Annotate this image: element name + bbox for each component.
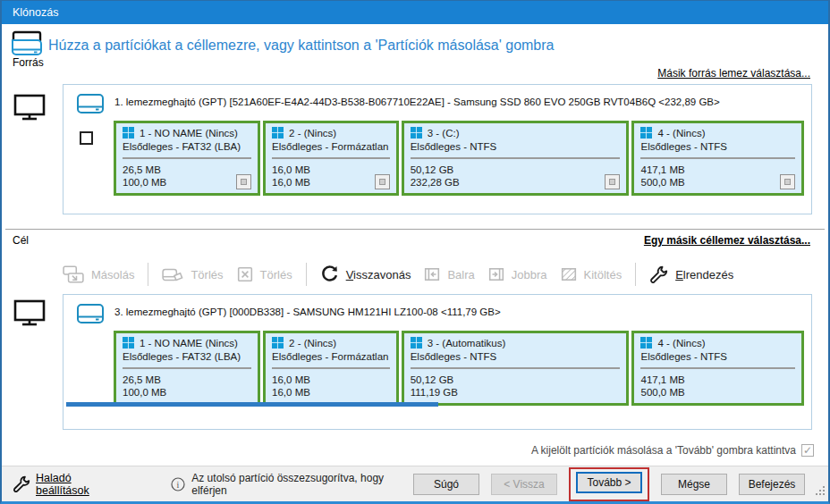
partition-resize-button[interactable] — [236, 174, 251, 189]
partition-used-size: 50,12 GB — [411, 164, 460, 176]
info-icon: i — [171, 477, 185, 491]
partition-used-size: 417,1 MB — [640, 374, 684, 386]
finish-button[interactable]: Befejezés — [739, 474, 805, 495]
back-button: < Vissza — [491, 474, 557, 495]
advanced-settings-link[interactable]: Haladó beállítások — [36, 472, 124, 497]
header-instruction: Húzza a partíciókat a céllemezre, vagy k… — [48, 38, 554, 54]
partition-usage-bar — [640, 367, 795, 369]
toolbar-separator — [148, 263, 148, 286]
partition-type: Elsődleges - Formázatlan — [272, 141, 390, 152]
layout-button[interactable]: Elrendezés — [649, 265, 733, 284]
source-partition-3[interactable]: 3 - (C:)Elsődleges - NTFS50,12 GB232,28 … — [402, 121, 630, 196]
target-partitions-row: 1 - NO NAME (Nincs)Elsődleges - FAT32 (L… — [114, 331, 804, 406]
toolbar-button-label: Elrendezés — [675, 268, 733, 281]
svg-text:i: i — [177, 479, 180, 489]
windows-logo-icon — [272, 127, 284, 139]
windows-logo-icon — [272, 337, 284, 349]
partition-total-size: 111,19 GB — [411, 386, 458, 399]
change-source-disk-link[interactable]: Másik forrás lemez választása... — [657, 67, 810, 80]
target-partition-4[interactable]: 4 - (Nincs)Elsődleges - NTFS417,1 MB500,… — [631, 331, 804, 406]
resize-grip[interactable] — [815, 483, 826, 500]
source-disk-title: 1. lemezmeghajtó (GPT) [521A60EF-E4A2-44… — [114, 97, 720, 107]
target-section-label: Cél — [13, 234, 29, 247]
partition-total-size: 16,0 MB — [272, 386, 310, 399]
title-bar: Klónozás — [2, 1, 828, 24]
partition-usage-bar — [123, 367, 251, 369]
partition-type: Elsődleges - Formázatlan — [272, 351, 390, 362]
source-gutter — [75, 121, 114, 196]
source-section-label: Forrás — [13, 56, 44, 69]
partition-name: 2 - (Nincs) — [289, 128, 336, 139]
partition-name: 1 - NO NAME (Nincs) — [140, 128, 238, 139]
target-gutter — [75, 331, 114, 406]
wrench-icon — [649, 265, 668, 284]
windows-logo-icon — [123, 337, 134, 349]
target-partition-3[interactable]: 3 - (Automatikus)Elsődleges - NTFS50,12 … — [402, 331, 630, 406]
target-disk-title: 3. lemezmeghajtó (GPT) [000DB338] - SAMS… — [114, 307, 501, 317]
toolbar-button-label: Visszavonás — [346, 268, 411, 281]
partition-usage-bar — [411, 157, 621, 159]
source-partition-1[interactable]: 1 - NO NAME (Nincs)Elsődleges - FAT32 (L… — [114, 121, 260, 196]
partition-resize-button[interactable] — [605, 174, 620, 189]
toolbar-button-label: Kitöltés — [584, 268, 622, 281]
partition-type: Elsődleges - NTFS — [411, 351, 621, 362]
partition-name: 3 - (C:) — [428, 128, 460, 139]
source-disk-checkbox[interactable] — [80, 131, 93, 145]
align-left-icon — [424, 267, 440, 281]
copy-on-next-checkbox[interactable]: ✓ — [801, 444, 814, 457]
target-computer-icon — [13, 299, 46, 330]
source-partition-2[interactable]: 2 - (Nincs)Elsődleges - Formázatlan16,0 … — [263, 121, 399, 196]
source-partition-4[interactable]: 4 - (Nincs)Elsődleges - NTFS417,1 MB500,… — [631, 121, 804, 196]
source-partitions-row: 1 - NO NAME (Nincs)Elsődleges - FAT32 (L… — [114, 121, 804, 196]
copy-on-next-option: A kijelölt partíciók másolása a 'Tovább'… — [531, 444, 814, 457]
copy-on-next-label: A kijelölt partíciók másolása a 'Tovább'… — [531, 444, 796, 457]
partition-total-size: 500,0 MB — [640, 386, 684, 399]
partition-type: Elsődleges - FAT32 (LBA) — [123, 141, 251, 152]
status-group: i Az utolsó partíció összezsugorítva, ho… — [171, 472, 413, 497]
erase-disk-icon — [162, 266, 183, 283]
partition-resize-button[interactable] — [375, 174, 390, 189]
partition-usage-bar — [411, 367, 621, 369]
change-target-disk-link[interactable]: Egy másik céllemez választása... — [644, 234, 810, 247]
drop-position-indicator — [66, 402, 438, 407]
partition-total-size: 500,0 MB — [640, 176, 684, 189]
delete-box-icon — [237, 266, 253, 282]
align-right-button: Jobbra — [488, 267, 547, 281]
partition-type: Elsődleges - NTFS — [640, 351, 795, 362]
partition-type: Elsődleges - NTFS — [411, 141, 621, 152]
toolbar-button-label: Másolás — [91, 268, 134, 281]
next-button[interactable]: Tovább > — [576, 472, 642, 493]
help-button[interactable]: Súgó — [413, 474, 479, 495]
align-left-button: Balra — [424, 267, 474, 281]
partition-type: Elsődleges - FAT32 (LBA) — [123, 351, 251, 362]
windows-logo-icon — [640, 337, 652, 349]
cancel-button[interactable]: Mégse — [661, 474, 727, 495]
partition-used-size: 16,0 MB — [272, 374, 310, 386]
delete-partition-button: Törlés — [162, 266, 223, 283]
disk-drive-icon — [75, 300, 106, 331]
target-partition-1[interactable]: 1 - NO NAME (Nincs)Elsődleges - FAT32 (L… — [114, 331, 260, 406]
partition-total-size: 232,28 GB — [411, 176, 460, 189]
annotation-highlight: Tovább > — [569, 467, 649, 501]
partition-total-size: 100,0 MB — [123, 386, 166, 399]
window-title: Klónozás — [13, 6, 58, 19]
partition-total-size: 100,0 MB — [123, 176, 166, 189]
align-right-icon — [488, 267, 504, 281]
partition-used-size: 26,5 MB — [123, 164, 166, 176]
partition-usage-bar — [640, 157, 795, 159]
wrench-icon — [13, 475, 30, 493]
target-partition-2[interactable]: 2 - (Nincs)Elsődleges - Formázatlan16,0 … — [263, 331, 399, 406]
partition-usage-bar — [123, 157, 251, 159]
toolbar-separator — [306, 263, 307, 286]
toolbar-button-label: Törlés — [260, 268, 292, 281]
partition-toolbar: MásolásTörlésTörlésVisszavonásBalraJobbr… — [63, 257, 810, 291]
source-computer-icon — [13, 94, 46, 124]
partition-usage-bar — [272, 367, 390, 369]
disk-drive-icon — [75, 90, 106, 121]
copy-partitions-button: Másolás — [63, 265, 134, 283]
undo-button[interactable]: Visszavonás — [320, 265, 411, 284]
partition-used-size: 26,5 MB — [123, 374, 166, 386]
partition-resize-button[interactable] — [780, 174, 795, 189]
target-disk-panel: 3. lemezmeghajtó (GPT) [000DB338] - SAMS… — [63, 294, 812, 430]
windows-logo-icon — [640, 127, 652, 139]
